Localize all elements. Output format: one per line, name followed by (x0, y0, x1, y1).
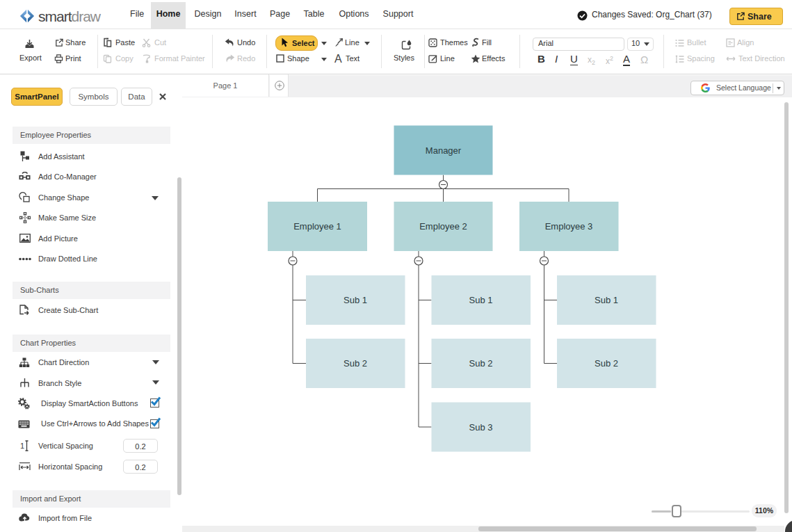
svg-text:Sub 1: Sub 1 (344, 295, 367, 305)
svg-text:Sub 1: Sub 1 (469, 295, 493, 305)
svg-text:Employee 2: Employee 2 (419, 221, 467, 232)
svg-text:Sub 2: Sub 2 (595, 358, 618, 369)
svg-text:Sub 1: Sub 1 (595, 295, 618, 305)
svg-text:Sub 2: Sub 2 (344, 358, 367, 369)
svg-text:Sub 3: Sub 3 (469, 422, 493, 433)
svg-text:1: 1 (20, 442, 24, 450)
svg-text:Employee 1: Employee 1 (293, 221, 341, 232)
svg-text:Sub 2: Sub 2 (469, 358, 493, 369)
svg-text:Manager: Manager (426, 145, 462, 156)
svg-text:Employee 3: Employee 3 (545, 221, 593, 232)
